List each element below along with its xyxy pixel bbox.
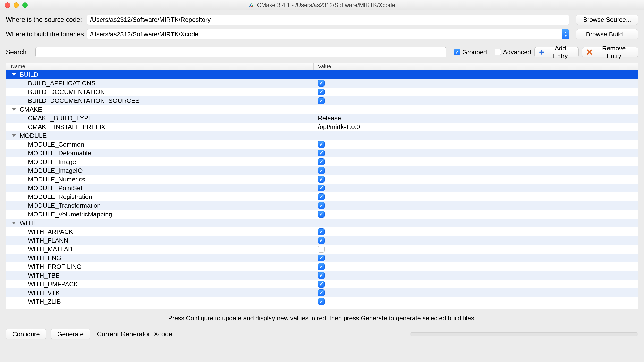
table-row[interactable]: BUILD_DOCUMENTATION (6, 88, 638, 96)
option-value-cell[interactable] (314, 202, 638, 209)
table-row[interactable]: MODULE_VolumetricMapping (6, 210, 638, 219)
table-row[interactable]: WITH_UMFPACK (6, 280, 638, 289)
option-value-cell[interactable] (314, 263, 638, 270)
grouped-checkbox-box[interactable] (454, 49, 460, 55)
option-name-cell: WITH_MATLAB (6, 246, 314, 253)
option-checkbox[interactable] (318, 290, 325, 296)
remove-entry-button[interactable]: Remove Entry (582, 47, 638, 57)
table-row[interactable]: MODULE_Numerics (6, 175, 638, 184)
disclosure-triangle-icon[interactable] (12, 108, 16, 111)
table-row[interactable]: WITH_TBB (6, 271, 638, 280)
option-checkbox[interactable] (318, 88, 325, 95)
option-value-cell[interactable] (314, 246, 638, 253)
option-value-cell[interactable] (314, 290, 638, 296)
group-row[interactable]: CMAKE (6, 105, 638, 114)
column-header-value[interactable]: Value (314, 63, 638, 70)
option-value-cell[interactable] (314, 97, 638, 104)
option-checkbox[interactable] (318, 246, 325, 253)
option-value-cell[interactable] (314, 255, 638, 261)
option-value-cell[interactable] (314, 141, 638, 148)
advanced-checkbox[interactable]: Advanced (495, 48, 531, 56)
option-checkbox[interactable] (318, 263, 325, 270)
option-value-cell[interactable] (314, 272, 638, 279)
option-value-cell[interactable] (314, 193, 638, 200)
source-path-input[interactable] (87, 14, 569, 25)
source-path-label: Where is the source code: (6, 16, 87, 23)
group-row[interactable]: MODULE (6, 131, 638, 140)
option-value-cell[interactable]: /opt/mirtk-1.0.0 (314, 123, 638, 131)
option-checkbox[interactable] (318, 185, 325, 191)
disclosure-triangle-icon[interactable] (12, 73, 16, 76)
option-value-cell[interactable] (314, 298, 638, 305)
table-row[interactable]: MODULE_ImageIO (6, 166, 638, 175)
option-checkbox[interactable] (318, 97, 325, 104)
generate-button[interactable]: Generate (51, 329, 90, 340)
option-value-cell[interactable] (314, 150, 638, 156)
option-value-cell[interactable] (314, 228, 638, 235)
option-checkbox[interactable] (318, 272, 325, 279)
option-checkbox[interactable] (318, 150, 325, 156)
option-value-cell[interactable] (314, 80, 638, 87)
option-text-value[interactable]: Release (318, 114, 341, 122)
option-checkbox[interactable] (318, 141, 325, 148)
option-checkbox[interactable] (318, 167, 325, 174)
option-checkbox[interactable] (318, 281, 325, 288)
table-row[interactable]: MODULE_Transformation (6, 201, 638, 210)
option-value-cell[interactable] (314, 237, 638, 244)
table-row[interactable]: MODULE_Common (6, 140, 638, 149)
table-row[interactable]: WITH_PNG (6, 254, 638, 262)
option-name-cell: MODULE_Deformable (6, 149, 314, 157)
build-path-dropdown-button[interactable] (562, 29, 569, 39)
search-input[interactable] (36, 47, 446, 57)
table-row[interactable]: CMAKE_INSTALL_PREFIX/opt/mirtk-1.0.0 (6, 122, 638, 131)
browse-build-button[interactable]: Browse Build... (576, 29, 638, 39)
table-row[interactable]: WITH_FLANN (6, 236, 638, 245)
table-row[interactable]: BUILD_DOCUMENTATION_SOURCES (6, 96, 638, 105)
table-row[interactable]: MODULE_Registration (6, 192, 638, 201)
option-value-cell[interactable] (314, 185, 638, 191)
option-checkbox[interactable] (318, 228, 325, 235)
disclosure-triangle-icon[interactable] (12, 134, 16, 137)
option-value-cell[interactable] (314, 211, 638, 218)
option-checkbox[interactable] (318, 176, 325, 183)
build-path-combobox[interactable] (87, 29, 569, 39)
table-row[interactable]: WITH_MATLAB (6, 245, 638, 254)
option-checkbox[interactable] (318, 80, 325, 87)
group-row[interactable]: WITH (6, 219, 638, 227)
table-row[interactable]: MODULE_Deformable (6, 149, 638, 157)
group-row[interactable]: BUILD (6, 70, 638, 79)
option-value-cell[interactable] (314, 281, 638, 288)
option-checkbox[interactable] (318, 237, 325, 244)
option-checkbox[interactable] (318, 211, 325, 218)
column-header-name[interactable]: Name (6, 63, 314, 70)
option-checkbox[interactable] (318, 255, 325, 261)
close-window-icon[interactable] (5, 2, 10, 8)
option-text-value[interactable]: /opt/mirtk-1.0.0 (318, 123, 360, 131)
configure-button[interactable]: Configure (6, 329, 46, 340)
option-checkbox[interactable] (318, 202, 325, 209)
minimize-window-icon[interactable] (14, 2, 19, 8)
grouped-checkbox[interactable]: Grouped (454, 48, 487, 56)
table-row[interactable]: BUILD_APPLICATIONS (6, 79, 638, 88)
option-checkbox[interactable] (318, 193, 325, 200)
table-row[interactable]: WITH_ZLIB (6, 297, 638, 306)
option-checkbox[interactable] (318, 298, 325, 305)
table-row[interactable]: WITH_VTK (6, 289, 638, 297)
table-row[interactable]: WITH_PROFILING (6, 262, 638, 271)
add-entry-button[interactable]: Add Entry (534, 47, 579, 57)
browse-source-button[interactable]: Browse Source... (576, 14, 638, 25)
option-value-cell[interactable] (314, 176, 638, 183)
table-row[interactable]: MODULE_Image (6, 157, 638, 166)
option-value-cell[interactable] (314, 158, 638, 165)
option-checkbox[interactable] (318, 158, 325, 165)
option-value-cell[interactable]: Release (314, 114, 638, 122)
disclosure-triangle-icon[interactable] (12, 222, 16, 224)
table-row[interactable]: CMAKE_BUILD_TYPERelease (6, 114, 638, 122)
option-value-cell[interactable] (314, 167, 638, 174)
maximize-window-icon[interactable] (22, 2, 28, 8)
table-row[interactable]: WITH_ARPACK (6, 227, 638, 236)
advanced-checkbox-box[interactable] (495, 49, 501, 55)
option-value-cell[interactable] (314, 88, 638, 95)
build-path-input[interactable] (87, 29, 562, 39)
table-row[interactable]: MODULE_PointSet (6, 184, 638, 192)
